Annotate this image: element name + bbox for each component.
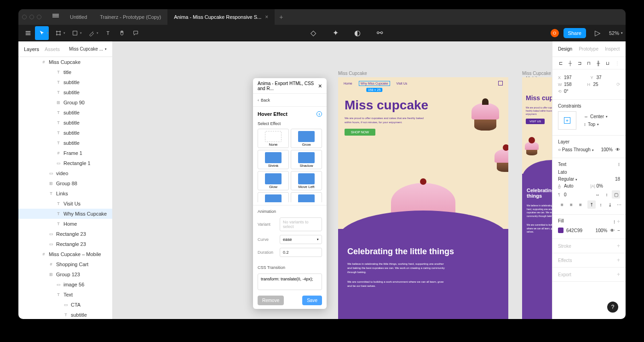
visit-us-button[interactable]: VISIT US — [526, 119, 545, 124]
layer-row[interactable]: ▭Rectangle 23 — [18, 229, 112, 239]
add-effect-icon[interactable]: + — [617, 257, 620, 263]
css-transition-textarea[interactable]: transform: translate(0, -4px); — [258, 274, 322, 290]
effect-option-grow[interactable]: Grow — [291, 129, 322, 148]
distribute-icon[interactable]: ⋮ — [615, 60, 620, 66]
effect-option-none[interactable]: None — [258, 129, 289, 148]
add-fill-icon[interactable]: + — [617, 218, 620, 225]
assets-tab[interactable]: Assets — [45, 46, 60, 52]
duration-input[interactable]: 0.2 — [280, 248, 322, 257]
layer-row[interactable]: Tsubtitle — [18, 108, 112, 118]
h-input[interactable]: 25 — [593, 82, 598, 87]
window-controls[interactable] — [22, 15, 41, 19]
canvas[interactable]: Miss Cupcake Miss Cupcake – Mobile Home … — [113, 41, 552, 319]
align-bottom-icon[interactable]: ⊔ — [605, 60, 610, 66]
paragraph-spacing-input[interactable]: ¶0 — [558, 192, 591, 197]
info-icon[interactable]: i — [316, 111, 322, 117]
text-align-top-icon[interactable]: ⤒ — [587, 200, 596, 209]
tab-trainerz[interactable]: Trainerz - Prototype (Copy) — [93, 9, 167, 25]
effect-option-move-left[interactable]: Move Left — [291, 171, 322, 190]
plugin-close-icon[interactable]: × — [318, 82, 322, 90]
align-vcenter-icon[interactable]: ╫ — [596, 60, 601, 66]
text-more-icon[interactable]: ⋯ — [617, 202, 621, 207]
layer-row[interactable]: ▭image 56 — [18, 279, 112, 290]
zoom-control[interactable]: 52%▾ — [609, 30, 623, 36]
align-left-icon[interactable]: ⊏ — [558, 60, 564, 66]
nav-why-selected[interactable]: Why Miss Cupcake 158 × 25 — [359, 81, 390, 86]
w-input[interactable]: 158 — [564, 82, 572, 87]
text-align-middle-icon[interactable]: ↕ — [597, 200, 605, 209]
effect-option-glow[interactable]: Glow — [258, 171, 289, 190]
layer-row[interactable]: Tsubtitle — [18, 138, 112, 148]
constraint-v-select[interactable]: ↕ Top ▾ — [584, 122, 620, 127]
align-right-icon[interactable]: ⊐ — [577, 60, 582, 66]
y-input[interactable]: 37 — [597, 75, 602, 80]
layer-row[interactable]: ▭video — [18, 168, 112, 178]
align-top-icon[interactable]: ⊓ — [586, 60, 592, 66]
line-height-input[interactable]: A̲Auto — [558, 183, 588, 188]
new-tab-button[interactable]: + — [275, 9, 288, 25]
constraint-h-select[interactable]: ↔ Center ▾ — [584, 114, 620, 119]
layer-row[interactable]: Tsubtitle — [18, 128, 112, 138]
fill-swatch[interactable] — [558, 228, 564, 233]
effect-option-shadow[interactable]: Shadow — [291, 150, 322, 169]
text-tool[interactable]: T — [101, 26, 115, 40]
layer-row[interactable]: ⊞Group 90 — [18, 97, 112, 108]
layer-row[interactable]: THome — [18, 219, 112, 229]
layer-row[interactable]: #Miss Cupcake — [18, 57, 112, 67]
prototype-tab[interactable]: Prototype — [579, 46, 598, 51]
tab-untitled[interactable]: Untitled — [63, 9, 93, 25]
frame-tool-caret[interactable]: ▾ — [63, 31, 65, 35]
share-button[interactable]: Share — [564, 28, 586, 38]
font-family-select[interactable]: Lato — [558, 170, 567, 175]
remove-button[interactable]: Remove — [258, 296, 284, 305]
layer-row[interactable]: Tsubtitle — [18, 77, 112, 87]
comment-tool[interactable] — [129, 26, 143, 40]
layer-row[interactable]: TText — [18, 290, 112, 300]
tab-anima[interactable]: Anima - Miss Cupcake Responsive S...× — [167, 9, 275, 25]
layer-row[interactable]: Tsubtitle — [18, 310, 112, 319]
fixed-size-icon[interactable]: ▢ — [612, 190, 620, 199]
fill-hex-input[interactable]: 642C99 — [566, 228, 582, 233]
text-style-icon[interactable]: ⫶ — [618, 162, 620, 167]
layer-row[interactable]: #Shopping Cart — [18, 259, 112, 269]
nav-visit[interactable]: Visit Us — [397, 82, 408, 85]
layer-opacity-input[interactable]: 100% — [601, 147, 613, 152]
text-align-bottom-icon[interactable]: ⤓ — [606, 200, 614, 209]
close-window-icon[interactable] — [22, 15, 27, 19]
curve-select[interactable]: ease▾ — [280, 235, 322, 244]
x-input[interactable]: 197 — [564, 75, 572, 80]
menu-button[interactable] — [21, 26, 35, 40]
close-tab-icon[interactable]: × — [265, 14, 268, 20]
user-avatar[interactable]: O — [551, 29, 559, 37]
layer-row[interactable]: ⊞Group 88 — [18, 178, 112, 188]
layer-row[interactable]: Ttitle — [18, 67, 112, 77]
align-hcenter-icon[interactable]: ┼ — [567, 60, 573, 66]
fill-style-icon[interactable]: ⫶ — [613, 219, 615, 224]
text-align-left-icon[interactable]: ≡ — [558, 200, 566, 209]
add-export-icon[interactable]: + — [617, 271, 620, 278]
remove-fill-icon[interactable]: − — [617, 228, 620, 233]
artboard-desktop[interactable]: Home Why Miss Cupcake 158 × 25 Visit Us … — [338, 77, 508, 319]
cart-icon[interactable] — [498, 81, 503, 86]
layer-row[interactable]: TWhy Miss Cupcake — [18, 209, 112, 219]
constraints-widget[interactable]: + — [558, 111, 576, 130]
frame-label-desktop[interactable]: Miss Cupcake — [338, 71, 367, 76]
font-size-input[interactable]: 18 — [615, 177, 620, 182]
layer-row[interactable]: TVisit Us — [18, 199, 112, 209]
lock-aspect-icon[interactable]: ⟳ — [616, 82, 620, 87]
layer-row[interactable]: ▭Rectangle 1 — [18, 158, 112, 168]
effect-option[interactable] — [291, 192, 322, 202]
page-selector[interactable]: Miss Cupcake ...▾ — [69, 46, 107, 51]
minimize-window-icon[interactable] — [29, 15, 34, 19]
autoheight-icon[interactable]: ↕ — [603, 190, 611, 199]
layer-row[interactable]: TLinks — [18, 188, 112, 199]
boolean-tool-icon[interactable]: ◐ — [351, 26, 364, 40]
variant-select[interactable]: No variants to select — [280, 217, 322, 231]
layer-row[interactable]: ▭CTA — [18, 300, 112, 310]
add-stroke-icon[interactable]: + — [617, 243, 620, 249]
effect-option[interactable] — [258, 192, 289, 202]
component-tool-icon[interactable]: ◇ — [306, 26, 320, 40]
letter-spacing-input[interactable]: |A|0% — [591, 183, 621, 188]
link-tool-icon[interactable]: ⚯ — [373, 26, 386, 40]
figma-logo-icon[interactable] — [52, 14, 59, 20]
